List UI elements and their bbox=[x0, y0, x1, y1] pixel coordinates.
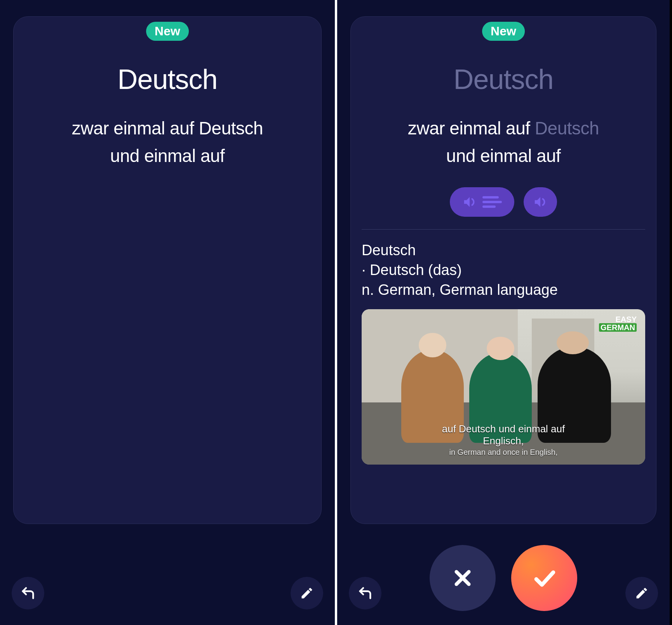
mark-wrong-button[interactable] bbox=[430, 545, 496, 611]
waveform-icon bbox=[482, 196, 502, 208]
divider bbox=[362, 229, 645, 230]
undo-button[interactable] bbox=[12, 577, 44, 609]
example-video[interactable]: EASY GERMAN auf Deutsch und einmal auf E… bbox=[362, 309, 645, 465]
mark-correct-button[interactable] bbox=[511, 545, 577, 611]
speaker-icon bbox=[533, 195, 548, 209]
example-sentence: zwar einmal auf Deutsch und einmal auf bbox=[14, 115, 321, 170]
new-badge: New bbox=[146, 22, 189, 41]
flashcard-back-screen: New Deutsch zwar einmal auf Deutsch und … bbox=[335, 0, 670, 625]
flashcard-front-screen: New Deutsch zwar einmal auf Deutsch und … bbox=[0, 0, 335, 625]
video-source-badge: EASY GERMAN bbox=[595, 314, 641, 333]
undo-icon bbox=[357, 585, 373, 601]
definition-meaning: n. German, German language bbox=[362, 280, 645, 300]
subtitle-primary: auf Deutsch und einmal auf Englisch, bbox=[433, 423, 575, 447]
sentence-text: zwar einmal auf bbox=[408, 118, 535, 138]
sentence-text: zwar einmal auf bbox=[72, 118, 199, 138]
sentence-highlight: Deutsch bbox=[199, 118, 263, 138]
play-word-audio-button[interactable] bbox=[524, 187, 557, 217]
play-sentence-audio-button[interactable] bbox=[450, 187, 514, 217]
new-badge: New bbox=[482, 22, 525, 41]
grade-buttons bbox=[430, 545, 577, 611]
check-icon bbox=[531, 564, 558, 592]
edit-button[interactable] bbox=[625, 577, 658, 609]
video-subtitles: auf Deutsch und einmal auf Englisch, in … bbox=[433, 423, 575, 457]
subtitle-secondary: in German and once in English, bbox=[433, 448, 575, 457]
audio-controls bbox=[351, 187, 656, 217]
headword: Deutsch bbox=[14, 63, 321, 95]
definition-form: · Deutsch (das) bbox=[362, 260, 645, 280]
definition-headword: Deutsch bbox=[362, 240, 645, 260]
definition-block: Deutsch · Deutsch (das) n. German, Germa… bbox=[362, 240, 645, 300]
sentence-text-line2: und einmal auf bbox=[110, 146, 225, 166]
sentence-highlight: Deutsch bbox=[535, 118, 599, 138]
pencil-icon bbox=[635, 586, 649, 600]
video-source-line2: GERMAN bbox=[599, 323, 637, 332]
undo-button[interactable] bbox=[349, 577, 381, 609]
flashcard-front[interactable]: New Deutsch zwar einmal auf Deutsch und … bbox=[13, 16, 322, 524]
headword: Deutsch bbox=[351, 63, 656, 95]
speaker-sentence-icon bbox=[462, 195, 477, 209]
flashcard-back: New Deutsch zwar einmal auf Deutsch und … bbox=[350, 16, 656, 524]
video-source-line1: EASY bbox=[599, 315, 637, 323]
bottom-bar bbox=[337, 536, 670, 613]
undo-icon bbox=[20, 585, 36, 601]
edit-button[interactable] bbox=[291, 577, 323, 609]
bottom-bar bbox=[0, 536, 335, 613]
close-icon bbox=[450, 566, 475, 590]
example-sentence: zwar einmal auf Deutsch und einmal auf bbox=[351, 115, 656, 170]
sentence-text-line2: und einmal auf bbox=[446, 146, 561, 166]
pencil-icon bbox=[300, 586, 314, 600]
